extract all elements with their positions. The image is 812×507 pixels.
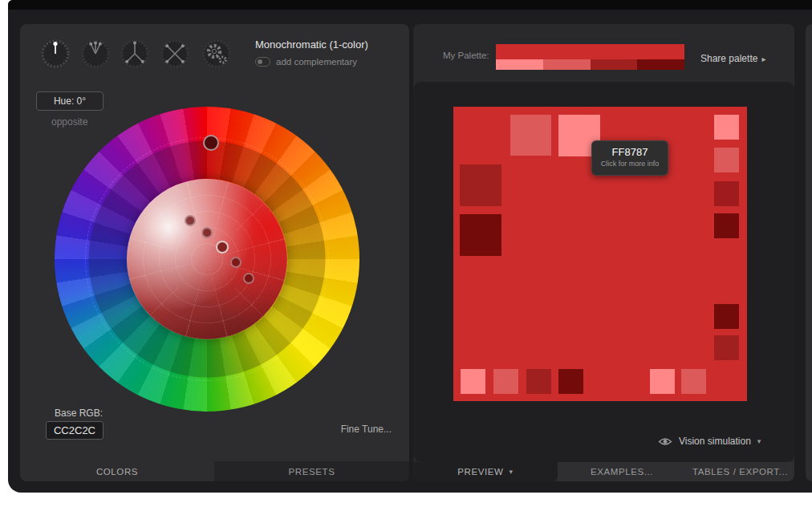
tab-presets[interactable]: PRESETS — [214, 461, 409, 481]
scheme-color-dot[interactable] — [185, 215, 196, 226]
disc-polar-grid — [127, 179, 287, 339]
preview-panel: My Palette: Share palette▸ FF8787 Click … — [413, 24, 794, 481]
hue-marker-handle[interactable] — [203, 135, 219, 151]
add-complementary-label: add complementary — [276, 57, 357, 67]
left-tab-bar: COLORS PRESETS — [20, 461, 409, 481]
saturation-brightness-disc[interactable] — [127, 179, 287, 339]
scheme-color-dot[interactable] — [230, 257, 242, 268]
vision-simulation-label: Vision simulation — [679, 436, 751, 447]
tetrad-scheme-knob-icon[interactable] — [159, 38, 191, 70]
palette-variant-swatch[interactable] — [637, 59, 684, 70]
color-tooltip: FF8787 Click for more info — [591, 140, 668, 176]
preview-swatch[interactable] — [714, 335, 739, 360]
fine-tune-link[interactable]: Fine Tune... — [341, 424, 392, 435]
preview-swatch[interactable] — [714, 213, 739, 238]
preview-swatch[interactable] — [714, 181, 739, 206]
share-palette-label: Share palette — [700, 53, 757, 64]
tab-examples[interactable]: EXAMPLES... — [558, 462, 686, 481]
opposite-link[interactable]: opposite — [51, 116, 87, 128]
toggle-pill-icon — [255, 57, 270, 67]
preview-swatch[interactable] — [714, 148, 739, 172]
preview-box[interactable]: FF8787 Click for more info — [453, 107, 747, 401]
caret-down-icon: ▾ — [510, 468, 514, 476]
caret-down-icon: ▾ — [757, 437, 761, 445]
base-rgb-input[interactable] — [46, 421, 104, 440]
palette-strip[interactable] — [496, 44, 684, 70]
preview-swatch[interactable] — [526, 369, 551, 394]
tab-colors[interactable]: COLORS — [20, 461, 214, 481]
app-window: Monochromatic (1-color) add complementar… — [8, 0, 812, 493]
scheme-title: Monochromatic (1-color) — [255, 39, 368, 51]
preview-container: FF8787 Click for more info Vision simula… — [413, 82, 794, 462]
cut-off-panel-edge — [806, 24, 812, 481]
preview-swatch[interactable] — [461, 369, 485, 394]
freestyle-scheme-gear-icon[interactable] — [201, 38, 233, 70]
monochromatic-scheme-knob-icon[interactable] — [39, 38, 71, 70]
tooltip-subtitle: Click for more info — [592, 160, 668, 168]
preview-swatch[interactable] — [650, 369, 675, 394]
palette-variant-swatch[interactable] — [591, 59, 638, 70]
triad-scheme-knob-icon[interactable] — [119, 38, 151, 70]
share-palette-link[interactable]: Share palette▸ — [700, 53, 765, 64]
eye-icon — [658, 437, 672, 446]
preview-swatch[interactable] — [493, 369, 518, 394]
vision-simulation-button[interactable]: Vision simulation ▾ — [658, 436, 761, 447]
base-rgb-label: Base RGB: — [55, 408, 103, 419]
tab-preview[interactable]: PREVIEW ▾ — [413, 462, 558, 481]
preview-swatch[interactable] — [681, 369, 706, 394]
hue-value-button[interactable]: Hue: 0° — [36, 91, 104, 111]
inactive-tabs-strip: EXAMPLES... TABLES / EXPORT... — [558, 462, 794, 481]
preview-swatch[interactable] — [558, 369, 583, 394]
tab-tables-export[interactable]: TABLES / EXPORT... — [686, 462, 794, 481]
palette-base-swatch[interactable] — [496, 44, 684, 59]
scheme-color-dot[interactable] — [201, 227, 213, 238]
tab-preview-label: PREVIEW — [457, 467, 503, 477]
my-palette-label: My Palette: — [443, 51, 489, 60]
palette-variants — [496, 59, 684, 70]
add-complementary-toggle[interactable]: add complementary — [255, 57, 357, 67]
scheme-panel: Monochromatic (1-color) add complementar… — [20, 24, 409, 481]
window-top-bar — [8, 0, 812, 10]
preview-swatch[interactable] — [460, 164, 501, 206]
scheme-color-dot-main[interactable] — [216, 241, 229, 253]
caret-right-icon: ▸ — [761, 55, 765, 63]
adjacent-scheme-knob-icon[interactable] — [79, 38, 112, 70]
preview-swatch[interactable] — [714, 115, 739, 140]
preview-swatch[interactable] — [714, 304, 739, 329]
preview-swatch[interactable] — [510, 115, 551, 156]
palette-variant-swatch[interactable] — [543, 59, 591, 70]
preview-swatch[interactable] — [460, 214, 501, 256]
tooltip-hex-value: FF8787 — [592, 146, 668, 158]
scheme-color-dot[interactable] — [243, 273, 254, 284]
palette-variant-swatch[interactable] — [496, 59, 543, 70]
right-tab-bar: PREVIEW ▾ EXAMPLES... TABLES / EXPORT... — [413, 462, 794, 481]
